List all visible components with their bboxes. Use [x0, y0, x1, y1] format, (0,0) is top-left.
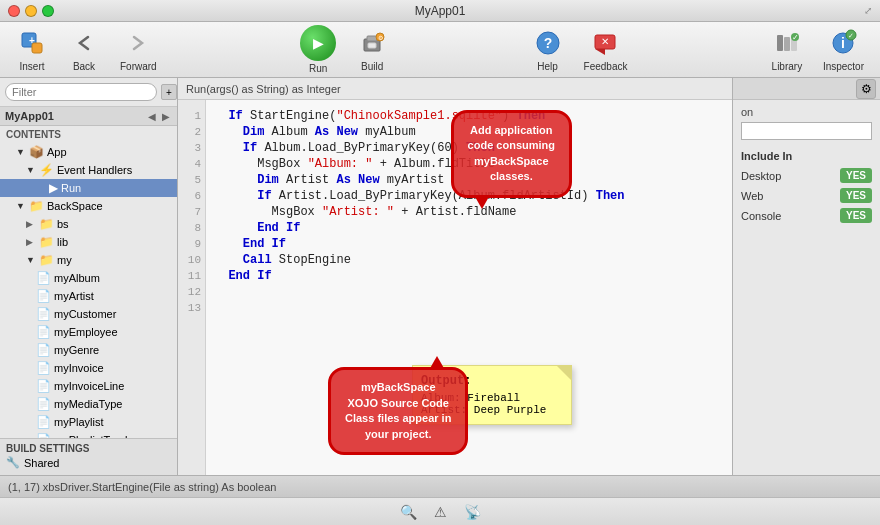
sidebar-project-label: MyApp01 [5, 110, 54, 122]
feedback-label: Feedback [584, 61, 628, 72]
web-yes-badge[interactable]: YES [840, 188, 872, 203]
forward-label: Forward [120, 61, 157, 72]
tree-item-myemployee[interactable]: 📄 myEmployee [0, 323, 177, 341]
inspector-button[interactable]: i ✓ Inspector [815, 23, 872, 76]
tree-item-myplaylisttrack[interactable]: 📄 myPlaylistTrack [0, 431, 177, 438]
forward-icon [122, 27, 154, 59]
tree-item-myinvoice[interactable]: 📄 myInvoice [0, 359, 177, 377]
tree-item-event-handlers[interactable]: ▼ ⚡ Event Handlers [0, 161, 177, 179]
svg-text:✓: ✓ [791, 33, 798, 42]
back-button[interactable]: Back [60, 23, 108, 76]
build-label: Build [361, 61, 383, 72]
settings-gear-button[interactable]: ⚙ [856, 79, 876, 99]
back-label: Back [73, 61, 95, 72]
titlebar: MyApp01 ⤢ [0, 0, 880, 22]
insert-label: Insert [19, 61, 44, 72]
lib-label: lib [57, 236, 68, 248]
search-input[interactable] [5, 83, 157, 101]
insert-button[interactable]: + Insert [8, 23, 56, 76]
mymediatype-icon: 📄 [36, 397, 51, 411]
bottom-warning-button[interactable]: ⚠ [430, 502, 450, 522]
svg-text:i: i [841, 35, 845, 51]
my-label: my [57, 254, 72, 266]
feedback-icon: ✕ [589, 27, 621, 59]
maximize-button[interactable] [42, 5, 54, 17]
desktop-yes-badge[interactable]: YES [840, 168, 872, 183]
code-line-13: End If [214, 268, 724, 284]
tree-item-myinvoiceline[interactable]: 📄 myInvoiceLine [0, 377, 177, 395]
tree-item-backspace[interactable]: ▼ 📁 BackSpace [0, 197, 177, 215]
run-button[interactable]: ▶ Run [292, 21, 344, 78]
bottom-search-button[interactable]: 🔍 [398, 502, 418, 522]
tree-item-mygenre[interactable]: 📄 myGenre [0, 341, 177, 359]
callout-bottom-left-arrow [429, 356, 445, 370]
right-panel-text-input[interactable] [741, 122, 872, 140]
tree-arrow-backspace: ▼ [16, 201, 26, 211]
code-line-12: Call StopEngine [214, 252, 724, 268]
shared-item[interactable]: 🔧 Shared [6, 454, 171, 471]
svg-text:✕: ✕ [601, 36, 609, 47]
build-settings: BUILD SETTINGS 🔧 Shared [0, 438, 177, 475]
lib-icon: 📁 [39, 235, 54, 249]
myinvoiceline-label: myInvoiceLine [54, 380, 124, 392]
statusbar-text: (1, 17) xbsDriver.StartEngine(File as st… [8, 481, 276, 493]
mygenre-label: myGenre [54, 344, 99, 356]
editor-content: 1 2 3 4 5 6 7 8 9 10 11 12 13 If StartEn… [178, 100, 732, 475]
tree-item-myalbum[interactable]: 📄 myAlbum [0, 269, 177, 287]
shared-icon: 🔧 [6, 456, 20, 469]
sidebar-header: MyApp01 ◀ ▶ [0, 107, 177, 126]
tree-item-myartist[interactable]: 📄 myArtist [0, 287, 177, 305]
include-in-section: Include In Desktop YES Web YES Console Y… [733, 146, 880, 232]
bottom-search-icon: 🔍 [400, 504, 417, 520]
svg-rect-2 [32, 43, 42, 53]
library-icon: ✓ [771, 27, 803, 59]
tree-item-mycustomer[interactable]: 📄 myCustomer [0, 305, 177, 323]
resize-hint: ⤢ [864, 5, 872, 16]
sidebar-add-button[interactable]: + [161, 84, 177, 100]
gear-icon: ⚙ [861, 82, 872, 96]
window-title: MyApp01 [415, 4, 466, 18]
feedback-button[interactable]: ✕ Feedback [576, 23, 636, 76]
help-button[interactable]: ? Help [524, 23, 572, 76]
close-button[interactable] [8, 5, 20, 17]
build-button[interactable]: ⚙ Build [348, 23, 396, 76]
tree-item-run[interactable]: ▶ Run [0, 179, 177, 197]
forward-button[interactable]: Forward [112, 23, 165, 76]
sidebar-nav-forward[interactable]: ▶ [160, 111, 172, 122]
svg-text:✓: ✓ [848, 32, 854, 39]
myinvoice-icon: 📄 [36, 361, 51, 375]
tree-item-myplaylist[interactable]: 📄 myPlaylist [0, 413, 177, 431]
tree-item-app[interactable]: ▼ 📦 App [0, 143, 177, 161]
console-yes-badge[interactable]: YES [840, 208, 872, 223]
sidebar-search-bar: + 💬 ⊞ [0, 78, 177, 107]
callout-bottom-left-bubble: myBackSpaceXOJO Source CodeClass files a… [328, 367, 468, 455]
console-label: Console [741, 210, 781, 222]
tree-item-mymediatype[interactable]: 📄 myMediaType [0, 395, 177, 413]
sidebar-nav-back[interactable]: ◀ [146, 111, 158, 122]
include-web-row: Web YES [741, 188, 872, 203]
web-label: Web [741, 190, 763, 202]
inspector-icon: i ✓ [827, 27, 859, 59]
right-panel-input-label: on [741, 106, 872, 118]
tree-item-lib[interactable]: ▶ 📁 lib [0, 233, 177, 251]
tree-item-bs[interactable]: ▶ 📁 bs [0, 215, 177, 233]
right-panel: ⚙ on Include In Desktop YES Web YES Cons… [732, 78, 880, 475]
bottom-rss-icon: 📡 [464, 504, 481, 520]
include-desktop-row: Desktop YES [741, 168, 872, 183]
minimize-button[interactable] [25, 5, 37, 17]
svg-rect-5 [368, 43, 376, 48]
include-in-title: Include In [741, 150, 872, 162]
myartist-label: myArtist [54, 290, 94, 302]
tree-arrow-event-handlers: ▼ [26, 165, 36, 175]
myplaylist-label: myPlaylist [54, 416, 104, 428]
myalbum-icon: 📄 [36, 271, 51, 285]
callout-top-right-text: Add applicationcode consumingmyBackSpace… [468, 124, 555, 182]
library-button[interactable]: ✓ Library [763, 23, 811, 76]
bottom-rss-button[interactable]: 📡 [462, 502, 482, 522]
myinvoice-label: myInvoice [54, 362, 104, 374]
myemployee-icon: 📄 [36, 325, 51, 339]
help-icon: ? [532, 27, 564, 59]
tree-item-my[interactable]: ▼ 📁 my [0, 251, 177, 269]
contents-label: CONTENTS [0, 126, 177, 143]
svg-text:⚙: ⚙ [378, 35, 383, 41]
